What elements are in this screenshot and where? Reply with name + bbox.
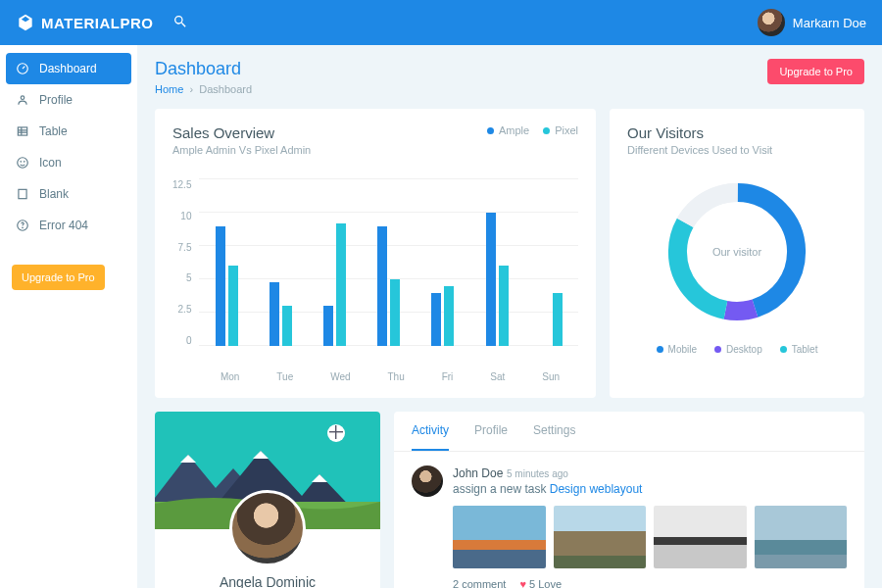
bar bbox=[377, 226, 387, 346]
legend-item: Desktop bbox=[714, 344, 762, 355]
feed-author: John Doe bbox=[453, 466, 503, 480]
thumbnail[interactable] bbox=[755, 506, 848, 568]
bar-group bbox=[486, 213, 509, 346]
breadcrumb-home[interactable]: Home bbox=[155, 83, 183, 95]
user-name: Markarn Doe bbox=[793, 16, 866, 30]
sales-legend: AmplePixel bbox=[487, 124, 578, 136]
visitors-subtitle: Different Devices Used to Visit bbox=[627, 144, 847, 156]
sidebar-item-table[interactable]: Table bbox=[6, 116, 131, 147]
user-menu[interactable]: Markarn Doe bbox=[758, 9, 866, 36]
feed-love[interactable]: ♥ 5 Love bbox=[519, 578, 562, 588]
x-tick: Fri bbox=[442, 371, 454, 382]
sidebar-upgrade-button[interactable]: Upgrade to Pro bbox=[12, 265, 105, 290]
profile-avatar bbox=[229, 490, 306, 566]
page-title: Dashboard bbox=[155, 59, 252, 79]
bar-group bbox=[270, 282, 292, 346]
thumbnail[interactable] bbox=[554, 506, 647, 568]
sidebar-item-label: Error 404 bbox=[39, 219, 88, 232]
bar bbox=[444, 286, 454, 346]
profile-name: Angela Dominic bbox=[155, 574, 380, 588]
brand-text: MATERIALPRO bbox=[41, 15, 153, 31]
visitors-title: Our Visitors bbox=[627, 124, 847, 141]
bar bbox=[486, 213, 496, 346]
sidebar-item-label: Dashboard bbox=[39, 62, 97, 75]
thumbnail[interactable] bbox=[654, 506, 747, 568]
sidebar-item-error-404[interactable]: Error 404 bbox=[6, 210, 131, 241]
svg-point-1 bbox=[21, 96, 24, 100]
user-icon bbox=[16, 93, 29, 107]
tab-settings[interactable]: Settings bbox=[533, 412, 575, 451]
bar bbox=[282, 306, 292, 346]
main-content: Dashboard Home › Dashboard Upgrade to Pr… bbox=[137, 45, 882, 588]
x-tick: Thu bbox=[388, 371, 405, 382]
x-tick: Sat bbox=[490, 371, 505, 382]
feed-time: 5 minutes ago bbox=[507, 468, 568, 479]
sales-chart: 12.5107.552.50 bbox=[172, 179, 578, 366]
feed-item: John Doe 5 minutes ago assign a new task… bbox=[412, 466, 847, 588]
svg-point-4 bbox=[21, 161, 22, 162]
x-tick: Tue bbox=[276, 371, 293, 382]
breadcrumb-current: Dashboard bbox=[199, 83, 252, 95]
x-tick: Sun bbox=[542, 371, 560, 382]
profile-hero-image bbox=[155, 412, 380, 529]
user-avatar bbox=[758, 9, 785, 36]
bar bbox=[336, 223, 346, 346]
x-tick: Wed bbox=[330, 371, 350, 382]
smile-icon bbox=[16, 156, 29, 170]
table-icon bbox=[16, 124, 29, 138]
help-icon bbox=[16, 219, 29, 232]
feed-avatar bbox=[412, 466, 443, 497]
svg-rect-13 bbox=[335, 425, 336, 439]
blank-icon bbox=[16, 187, 29, 201]
brand-logo[interactable]: MATERIALPRO bbox=[16, 13, 153, 32]
visitors-card: Our Visitors Different Devices Used to V… bbox=[610, 109, 864, 398]
sales-overview-card: Sales Overview Ample Admin Vs Pixel Admi… bbox=[155, 109, 596, 398]
feed-comments[interactable]: 2 comment bbox=[453, 578, 506, 588]
dashboard-icon bbox=[16, 62, 29, 75]
sidebar-item-label: Icon bbox=[39, 156, 62, 170]
logo-icon bbox=[16, 13, 35, 32]
upgrade-pro-button[interactable]: Upgrade to Pro bbox=[767, 59, 864, 84]
thumbnail[interactable] bbox=[453, 506, 546, 568]
legend-item: Tablet bbox=[780, 344, 818, 355]
bar bbox=[499, 266, 509, 346]
bar bbox=[323, 306, 333, 346]
bar-group bbox=[540, 293, 563, 346]
svg-point-3 bbox=[18, 158, 28, 169]
bar bbox=[390, 279, 400, 346]
visitors-donut: Our visitor bbox=[659, 173, 815, 330]
svg-rect-2 bbox=[18, 127, 26, 135]
sidebar-item-dashboard[interactable]: Dashboard bbox=[6, 53, 131, 84]
search-button[interactable] bbox=[172, 14, 188, 32]
sidebar-item-blank[interactable]: Blank bbox=[6, 178, 131, 210]
profile-card: Angela Dominic Web Designer & Developer bbox=[155, 412, 380, 588]
tab-activity[interactable]: Activity bbox=[412, 412, 449, 451]
sidebar-item-icon[interactable]: Icon bbox=[6, 147, 131, 178]
heart-icon: ♥ bbox=[519, 578, 526, 588]
breadcrumb: Home › Dashboard bbox=[155, 83, 252, 95]
search-icon bbox=[172, 14, 188, 29]
bar-group bbox=[377, 226, 400, 346]
visitors-legend: MobileDesktopTablet bbox=[627, 344, 847, 355]
bar bbox=[431, 293, 441, 346]
bar bbox=[228, 266, 238, 346]
bar-group bbox=[216, 226, 238, 346]
bar-group bbox=[431, 286, 454, 346]
svg-point-5 bbox=[24, 161, 24, 162]
svg-point-8 bbox=[22, 227, 23, 228]
tab-profile[interactable]: Profile bbox=[474, 412, 508, 451]
bar bbox=[553, 293, 563, 346]
activity-card: ActivityProfileSettings John Doe 5 minut… bbox=[394, 412, 864, 588]
legend-item: Pixel bbox=[543, 124, 578, 136]
bar bbox=[216, 226, 225, 346]
sidebar-item-label: Blank bbox=[39, 187, 69, 201]
feed-thumbnails bbox=[453, 506, 847, 568]
legend-item: Ample bbox=[487, 124, 529, 136]
sidebar-item-profile[interactable]: Profile bbox=[6, 84, 131, 116]
sidebar: DashboardProfileTableIconBlankError 404 … bbox=[0, 45, 137, 588]
x-tick: Mon bbox=[220, 371, 239, 382]
sidebar-item-label: Table bbox=[39, 124, 68, 138]
topbar: MATERIALPRO Markarn Doe bbox=[0, 0, 882, 45]
feed-link[interactable]: Design weblayout bbox=[550, 482, 643, 496]
feed-text: assign a new task Design weblayout bbox=[453, 482, 847, 496]
